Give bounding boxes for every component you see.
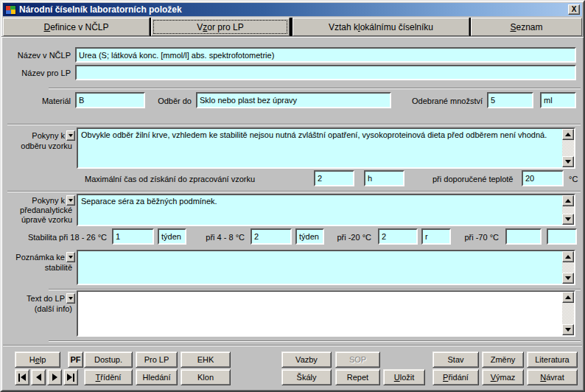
scroll-down-icon[interactable] (562, 156, 574, 167)
ulozit-button[interactable]: Uložit (383, 369, 425, 385)
tab-definice-v-nclp[interactable]: Definice v NČLP (3, 18, 150, 36)
material-input[interactable] (75, 92, 145, 108)
stav-button[interactable]: Stav (432, 351, 479, 368)
nav-first-record-button[interactable] (15, 369, 29, 385)
stabilita-minus70-label: při -70 °C (456, 233, 499, 242)
pokyny-predanalyticke-dropdown-button[interactable] (66, 195, 75, 206)
tab-vzor-pro-lp[interactable]: Vzor pro LP (151, 18, 290, 36)
text-do-lp-label-2: (další info) (7, 304, 72, 313)
next-record-icon (52, 374, 57, 381)
pro-lp-button[interactable]: Pro LP (136, 351, 178, 368)
first-record-icon (18, 374, 20, 382)
skaly-button[interactable]: Škály (281, 369, 332, 385)
nav-prev-record-button[interactable] (31, 369, 46, 385)
stabilita-18-26-unit-input[interactable] (158, 228, 186, 245)
pf-button[interactable]: PF (68, 351, 83, 368)
nav-next-record-button[interactable] (47, 369, 62, 385)
stabilita-4-8-unit-input[interactable] (295, 228, 324, 245)
stabilita-minus20-unit-input[interactable] (421, 228, 451, 245)
pokyny-odberu-dropdown-button[interactable] (66, 130, 75, 141)
hledani-button[interactable]: Hledání (136, 369, 178, 385)
section-divider (49, 340, 581, 342)
nazev-pro-lp-input[interactable] (75, 65, 576, 80)
stabilita-18-26-label: Stabilita při 18 - 26 °C (20, 233, 107, 242)
pokyny-odberu-label-1: Pokyny k (7, 131, 65, 140)
navrat-button[interactable]: Návrat (527, 369, 578, 385)
literatura-button[interactable]: Literatura (527, 351, 578, 368)
odber-do-label: Odběr do (149, 97, 192, 105)
max-cas-unit-input[interactable] (364, 170, 404, 186)
tab-vztah-k-lokalnimu-ciselniku[interactable]: Vztah k lokálnímu číselníku (292, 18, 469, 36)
sop-button: SOP (335, 351, 380, 368)
nav-last-record-button[interactable] (63, 369, 78, 385)
vymaz-button[interactable]: Výmaz (482, 369, 524, 385)
teplota-unit-label: °C (569, 175, 578, 183)
pokyny-predanalyticke-textarea[interactable]: Separace séra za běžných podmínek. (77, 194, 575, 226)
last-record-icon (73, 374, 74, 382)
stabilita-minus70-value-input[interactable] (505, 228, 542, 245)
stabilita-minus70-unit-input[interactable] (547, 228, 577, 245)
buttonbar-divider (3, 345, 582, 346)
max-cas-input[interactable] (314, 170, 354, 186)
scroll-up-icon[interactable] (562, 292, 574, 303)
poznamka-dropdown-button[interactable] (66, 252, 75, 262)
tab-seznam[interactable]: Seznam (471, 18, 582, 36)
pokyny-odberu-text: Obvykle odběr žilní krve, vzhledem ke st… (81, 130, 547, 139)
text-do-lp-scrollbar[interactable] (562, 292, 574, 335)
window-title: Národní číselník laboratorních položek (19, 4, 565, 15)
last-record-icon (67, 374, 72, 381)
poznamka-scrollbar[interactable] (562, 251, 574, 284)
text-do-lp-textarea[interactable] (77, 290, 575, 337)
pokyny-predanalyticke-label-1: Pokyny k (7, 196, 65, 205)
pokyny-odberu-textarea[interactable]: Obvykle odběr žilní krve, vzhledem ke st… (77, 127, 575, 169)
section-divider (7, 124, 581, 125)
app-windows-logo-icon (5, 5, 16, 15)
stabilita-minus20-label: při -20 °C (329, 233, 371, 242)
pokyny-predanalyticke-scrollbar[interactable] (562, 195, 574, 225)
ehk-button[interactable]: EHK (181, 351, 231, 368)
repet-button[interactable]: Repet (335, 369, 380, 385)
odber-do-input[interactable] (196, 92, 391, 108)
scroll-up-icon[interactable] (562, 195, 574, 206)
vazby-button[interactable]: Vazby (281, 351, 332, 368)
stabilita-4-8-value-input[interactable] (251, 228, 292, 245)
section-divider (7, 191, 581, 192)
title-bar: Národní číselník laboratorních položek X (3, 3, 582, 16)
poznamka-label-1: Poznámka ke (7, 253, 65, 262)
text-do-lp-label-1: Text do LP (7, 294, 65, 303)
scroll-down-icon[interactable] (562, 273, 574, 284)
zmeny-button[interactable]: Změny (482, 351, 524, 368)
scroll-down-icon[interactable] (562, 214, 574, 225)
nazev-nclp-input[interactable] (75, 47, 576, 63)
material-label: Materiál (7, 97, 71, 105)
help-button[interactable]: Help (15, 351, 60, 368)
close-icon[interactable]: X (568, 4, 580, 15)
poznamka-label-2: stabilitě (7, 263, 72, 272)
trideni-button[interactable]: Třídění (84, 369, 133, 385)
teplota-label: při doporučené teplotě (432, 175, 513, 183)
odebrane-mnozstvi-input[interactable] (487, 92, 533, 108)
chevron-down-icon (69, 134, 73, 137)
dostup-button[interactable]: Dostup. (84, 351, 133, 368)
prev-record-icon (36, 374, 41, 381)
nazev-nclp-label: Název v NČLP (7, 51, 71, 60)
scroll-up-icon[interactable] (562, 129, 574, 140)
pokyny-predanalyticke-label-2: předanalytické (7, 206, 72, 214)
chevron-down-icon (69, 256, 73, 259)
teplota-input[interactable] (522, 170, 564, 186)
max-cas-label: Maximální čas od získání do zpracování v… (85, 175, 255, 183)
scroll-up-icon[interactable] (562, 251, 574, 262)
odebrane-mnozstvi-unit-input[interactable] (540, 92, 576, 108)
section-divider (49, 88, 581, 89)
pridani-button[interactable]: Přidání (432, 369, 479, 385)
chevron-down-icon (69, 199, 73, 202)
stabilita-18-26-value-input[interactable] (112, 228, 154, 245)
stabilita-minus20-value-input[interactable] (378, 228, 418, 245)
klon-button[interactable]: Klon (181, 369, 231, 385)
poznamka-textarea[interactable] (77, 250, 575, 285)
text-do-lp-dropdown-button[interactable] (66, 293, 75, 304)
scroll-down-icon[interactable] (562, 324, 574, 335)
odebrane-mnozstvi-label: Odebrané množství (398, 97, 483, 105)
stabilita-4-8-label: při 4 - 8 °C (195, 233, 245, 242)
pokyny-odberu-scrollbar[interactable] (562, 129, 574, 167)
